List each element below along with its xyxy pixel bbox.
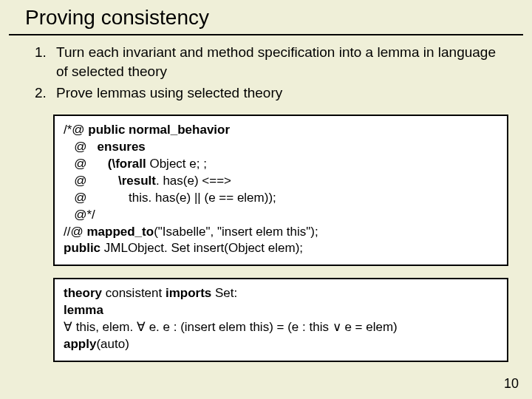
theory-box: theory consistent imports Set: lemma ∀ t…	[53, 278, 508, 362]
step-item: Prove lemmas using selected theory	[50, 83, 508, 103]
page-number: 10	[504, 376, 519, 392]
slide-content: Turn each invariant and method specifica…	[0, 43, 532, 362]
code-box: /*@ public normal_behavior @ ensures @ (…	[53, 115, 508, 267]
slide-title: Proving consistency	[9, 0, 523, 35]
steps-list: Turn each invariant and method specifica…	[31, 43, 508, 103]
step-item: Turn each invariant and method specifica…	[50, 43, 508, 81]
